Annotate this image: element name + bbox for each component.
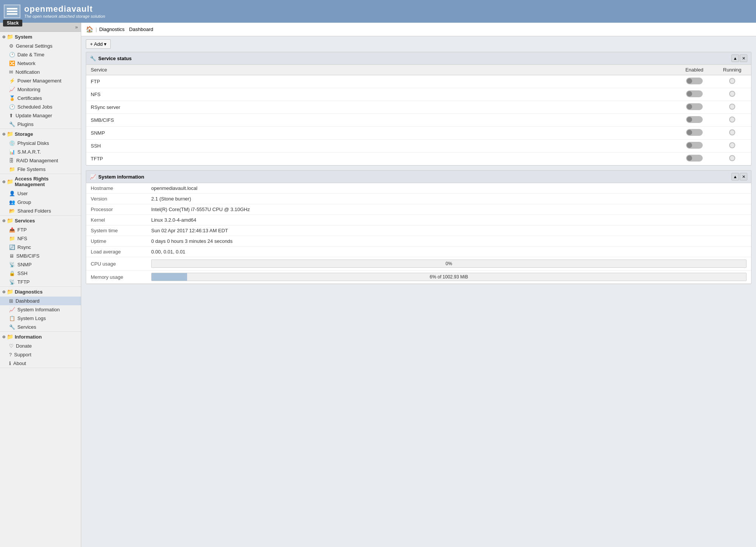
service-status-panel-header: 🔧 Service status ▲ ✕ bbox=[86, 52, 751, 65]
sidebar-item-system-information[interactable]: 📈System Information bbox=[0, 305, 81, 314]
breadcrumb-dashboard[interactable]: Dashboard bbox=[129, 26, 153, 32]
logo-menu-icon[interactable] bbox=[4, 5, 20, 18]
sidebar-item-network[interactable]: 🔀Network bbox=[0, 59, 81, 68]
sidebar-item-date-time[interactable]: 🕐Date & Time bbox=[0, 50, 81, 59]
sidebar-item-raid[interactable]: 🗄RAID Management bbox=[0, 156, 81, 165]
service-enabled bbox=[675, 152, 713, 165]
sidebar-item-snmp[interactable]: 📡SNMP bbox=[0, 260, 81, 269]
sidebar-group-diagnostics[interactable]: ⊖ 📁 Diagnostics bbox=[0, 287, 81, 297]
folder-icon: 📁 bbox=[7, 179, 13, 185]
sidebar-group-services[interactable]: ⊖ 📁 Services bbox=[0, 216, 81, 225]
sidebar-item-ssh[interactable]: 🔒SSH bbox=[0, 269, 81, 278]
sidebar-item-support[interactable]: ?Support bbox=[0, 350, 81, 359]
sidebar-item-power-management[interactable]: ⚡Power Management bbox=[0, 76, 81, 85]
sidebar-item-smb[interactable]: 🖥SMB/CIFS bbox=[0, 252, 81, 260]
sidebar-item-update-manager[interactable]: ⬆Update Manager bbox=[0, 111, 81, 120]
sidebar-item-filesystems[interactable]: 📁File Systems bbox=[0, 165, 81, 174]
service-enabled bbox=[675, 75, 713, 88]
info-row: Kernel Linux 3.2.0-4-amd64 bbox=[86, 215, 751, 225]
sidebar-group-diagnostics-label: Diagnostics bbox=[15, 289, 43, 295]
sidebar-item-notification[interactable]: ✉Notification bbox=[0, 68, 81, 76]
app-tagline: The open network attached storage soluti… bbox=[24, 14, 105, 19]
sidebar-item-rsync[interactable]: 🔄Rsync bbox=[0, 243, 81, 252]
sidebar-group-information[interactable]: ⊖ 📁 Information bbox=[0, 332, 81, 342]
info-label: Load average bbox=[86, 247, 147, 257]
sidebar-group-access-rights[interactable]: ⊖ 📁 Access Rights Management bbox=[0, 174, 81, 189]
sidebar-group-storage-label: Storage bbox=[15, 131, 33, 137]
sidebar-item-donate[interactable]: ♡Donate bbox=[0, 342, 81, 350]
breadcrumb: 🏠 | Diagnostics Dashboard bbox=[81, 23, 756, 36]
service-enabled bbox=[675, 114, 713, 127]
sidebar-item-shared-folders[interactable]: 📂Shared Folders bbox=[0, 207, 81, 215]
sidebar-item-user[interactable]: 👤User bbox=[0, 189, 81, 198]
home-icon[interactable]: 🏠 bbox=[86, 26, 93, 33]
enabled-toggle[interactable] bbox=[686, 129, 703, 136]
sidebar-item-dashboard[interactable]: ⊞Dashboard bbox=[0, 297, 81, 305]
filesystem-icon: 📁 bbox=[9, 166, 15, 172]
sidebar-item-nfs[interactable]: 📁NFS bbox=[0, 234, 81, 243]
info-value: Linux 3.2.0-4-amd64 bbox=[147, 215, 751, 225]
enabled-toggle[interactable] bbox=[686, 78, 703, 84]
enabled-toggle[interactable] bbox=[686, 90, 703, 97]
sidebar-section-storage: ⊖ 📁 Storage 💿Physical Disks 📊S.M.A.R.T. … bbox=[0, 129, 81, 174]
breadcrumb-diagnostics[interactable]: Diagnostics bbox=[99, 26, 124, 32]
system-info-collapse-btn[interactable]: ▲ bbox=[731, 173, 739, 180]
system-info-controls: ▲ ✕ bbox=[731, 173, 747, 180]
info-label: Hostname bbox=[86, 183, 147, 194]
add-button[interactable]: + Add ▾ bbox=[86, 39, 111, 49]
table-row: SMB/CIFS bbox=[86, 114, 751, 127]
user-icon: 👤 bbox=[9, 191, 15, 196]
info-value: 0.00, 0.01, 0.01 bbox=[147, 247, 751, 257]
sidebar-item-scheduled-jobs[interactable]: 🕐Scheduled Jobs bbox=[0, 103, 81, 111]
shared-folder-icon: 📂 bbox=[9, 208, 15, 214]
service-enabled bbox=[675, 127, 713, 140]
table-row: SNMP bbox=[86, 127, 751, 140]
running-indicator bbox=[729, 91, 735, 97]
smart-icon: 📊 bbox=[9, 149, 15, 155]
header: openmediavault The open network attached… bbox=[0, 0, 756, 23]
running-indicator bbox=[729, 117, 735, 123]
sidebar-item-tftp[interactable]: 📡TFTP bbox=[0, 278, 81, 286]
breadcrumb-sep: | bbox=[96, 26, 97, 32]
sidebar-group-system-label: System bbox=[15, 34, 32, 40]
plugins-icon: 🔧 bbox=[9, 121, 15, 127]
sidebar-group-storage[interactable]: ⊖ 📁 Storage bbox=[0, 129, 81, 139]
service-status-table-container: Service Enabled Running FTP NFS bbox=[86, 65, 751, 165]
about-icon: ℹ bbox=[9, 361, 11, 366]
service-running bbox=[713, 152, 751, 165]
sidebar-item-services-diag[interactable]: 🔧Services bbox=[0, 323, 81, 331]
running-indicator bbox=[729, 104, 735, 110]
cpu-progress-bar: 0% bbox=[151, 260, 747, 268]
sidebar-item-physical-disks[interactable]: 💿Physical Disks bbox=[0, 139, 81, 148]
cpu-usage-row: CPU usage 0% bbox=[86, 257, 751, 270]
info-label: System time bbox=[86, 225, 147, 236]
sidebar-item-ftp[interactable]: 📤FTP bbox=[0, 225, 81, 234]
service-running bbox=[713, 101, 751, 114]
clock-icon: 🕐 bbox=[9, 52, 15, 57]
sidebar-item-plugins[interactable]: 🔧Plugins bbox=[0, 120, 81, 129]
service-status-collapse-btn[interactable]: ▲ bbox=[731, 54, 739, 62]
table-row: FTP bbox=[86, 75, 751, 88]
ssh-icon: 🔒 bbox=[9, 270, 15, 276]
sidebar-item-about[interactable]: ℹAbout bbox=[0, 359, 81, 368]
enabled-toggle[interactable] bbox=[686, 142, 703, 149]
table-row: NFS bbox=[86, 88, 751, 101]
sidebar-item-monitoring[interactable]: 📈Monitoring bbox=[0, 85, 81, 94]
sidebar-item-group[interactable]: 👥Group bbox=[0, 198, 81, 207]
service-status-close-btn[interactable]: ✕ bbox=[740, 54, 747, 62]
info-row: Load average 0.00, 0.01, 0.01 bbox=[86, 247, 751, 257]
power-icon: ⚡ bbox=[9, 78, 15, 84]
sidebar: » ⊖ 📁 System ⚙General Settings 🕐Date & T… bbox=[0, 23, 81, 547]
system-info-close-btn[interactable]: ✕ bbox=[740, 173, 747, 180]
sidebar-item-certificates[interactable]: 🏅Certificates bbox=[0, 94, 81, 103]
enabled-toggle[interactable] bbox=[686, 103, 703, 110]
sidebar-item-general-settings[interactable]: ⚙General Settings bbox=[0, 42, 81, 50]
sidebar-item-system-logs[interactable]: 📋System Logs bbox=[0, 314, 81, 323]
info-value: Intel(R) Core(TM) i7-5557U CPU @ 3.10GHz bbox=[147, 204, 751, 215]
sidebar-item-smart[interactable]: 📊S.M.A.R.T. bbox=[0, 148, 81, 156]
enabled-toggle[interactable] bbox=[686, 116, 703, 123]
info-value: 0 days 0 hours 3 minutes 24 seconds bbox=[147, 236, 751, 247]
sidebar-group-system[interactable]: ⊖ 📁 System bbox=[0, 32, 81, 42]
enabled-toggle[interactable] bbox=[686, 155, 703, 162]
info-table: Hostname openmediavault.local Version 2.… bbox=[86, 183, 751, 284]
